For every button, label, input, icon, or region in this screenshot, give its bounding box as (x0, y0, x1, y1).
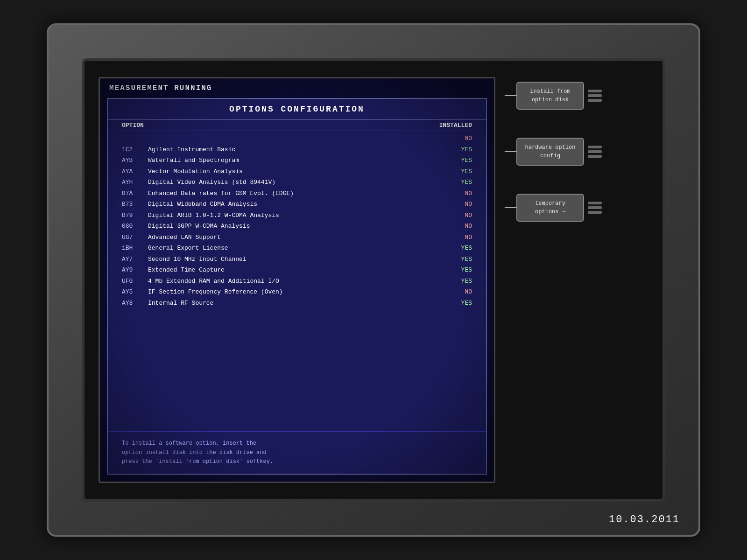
option-left: AY8Internal RF Source (122, 299, 213, 308)
option-left (122, 134, 148, 143)
option-installed-status: NO (449, 211, 472, 220)
installed-col-header: INSTALLED (439, 122, 472, 129)
monitor-inner: MEASUREMENT RUNNING OPTIONS CONFIGURATIO… (82, 58, 665, 502)
option-code: AY9 (122, 266, 141, 275)
stripe (588, 94, 602, 97)
option-left: 080Digital 3GPP W-CDMA Analysis (122, 222, 250, 231)
install-btn-row: install from option disk (505, 82, 602, 110)
temporary-options-button[interactable]: temporary options → (516, 194, 584, 222)
option-left: B73Digital Wideband CDMA Analysis (122, 200, 257, 209)
option-code: 080 (122, 222, 141, 231)
table-row: B7AEnhanced Data rates for GSM Evol. (ED… (122, 188, 472, 199)
option-installed-status: NO (449, 233, 472, 242)
temporary-options-label: temporary options (535, 200, 565, 215)
option-installed-status: NO (449, 189, 472, 198)
temporary-btn-row: temporary options → (505, 194, 602, 222)
option-installed-status: NO (449, 287, 472, 297)
table-row: AY5IF Section Frequency Reference (Oven)… (122, 287, 472, 298)
options-table: OPTION INSTALLED NO1C2Agilent Instrument… (108, 120, 486, 431)
install-from-option-disk-button[interactable]: install from option disk (516, 82, 584, 110)
option-left: UG7Advanced LAN Support (122, 233, 221, 242)
table-row: 080Digital 3GPP W-CDMA AnalysisNO (122, 221, 472, 232)
option-installed-status: YES (449, 255, 472, 264)
config-title: OPTIONS CONFIGURATION (108, 99, 486, 120)
install-note: To install a software option, insert the… (108, 431, 486, 474)
table-header: OPTION INSTALLED (122, 120, 472, 131)
table-row: UFG4 Mb Extended RAM and Additional I/OY… (122, 276, 472, 287)
hardware-btn-row: hardware option config (505, 138, 602, 166)
connector-line-1 (505, 95, 516, 96)
table-row: AY9Extended Time CaptureYES (122, 265, 472, 276)
table-row: 1C2Agilent Instrument BasicYES (122, 144, 472, 155)
temporary-options-arrow: → (562, 209, 565, 215)
table-row: B73Digital Wideband CDMA AnalysisNO (122, 199, 472, 210)
option-left: AYHDigital Video Analysis (std 89441V) (122, 178, 275, 187)
stripe (588, 206, 602, 209)
option-code: AY7 (122, 255, 141, 264)
table-row: NO (122, 133, 472, 144)
option-installed-status: YES (449, 266, 472, 275)
connector-line-2 (505, 151, 516, 152)
measurement-status: MEASUREMENT RUNNING (109, 84, 212, 92)
option-description: Advanced LAN Support (148, 233, 221, 242)
config-panel: OPTIONS CONFIGURATION OPTION INSTALLED N… (107, 98, 487, 475)
stripe-bar-3 (588, 202, 602, 214)
option-code: UG7 (122, 233, 141, 242)
option-code: AYH (122, 178, 141, 187)
option-description: Digital ARIB 1.0-1.2 W-CDMA Analysis (148, 211, 279, 220)
option-left: B79Digital ARIB 1.0-1.2 W-CDMA Analysis (122, 211, 279, 220)
side-panel: install from option disk hardware option… (505, 77, 602, 483)
table-row: AYBWaterfall and SpectrogramYES (122, 155, 472, 166)
option-code: AYB (122, 156, 141, 165)
option-code: AY8 (122, 299, 141, 308)
option-installed-status: YES (449, 277, 472, 286)
option-code: AYA (122, 167, 141, 176)
table-row: AY8Internal RF SourceYES (122, 298, 472, 309)
option-left: 1BHGeneral Export License (122, 244, 228, 253)
option-description: Waterfall and Spectrogram (148, 156, 239, 165)
option-left: 1C2Agilent Instrument Basic (122, 145, 235, 154)
table-row: AYAVector Modulation AnalysisYES (122, 166, 472, 177)
hardware-option-config-button[interactable]: hardware option config (516, 138, 584, 166)
option-code: B79 (122, 211, 141, 220)
table-row: 1BHGeneral Export LicenseYES (122, 243, 472, 254)
option-description: Vector Modulation Analysis (148, 167, 243, 176)
screen: MEASUREMENT RUNNING OPTIONS CONFIGURATIO… (99, 77, 495, 483)
status-bar: MEASUREMENT RUNNING (100, 78, 494, 98)
option-installed-status: NO (449, 222, 472, 231)
option-left: UFG4 Mb Extended RAM and Additional I/O (122, 277, 279, 286)
option-description: Second 10 MHz Input Channel (148, 255, 247, 264)
option-description: IF Section Frequency Reference (Oven) (148, 287, 283, 297)
option-description: Agilent Instrument Basic (148, 145, 235, 154)
option-code: B73 (122, 200, 141, 209)
option-code: AY5 (122, 287, 141, 297)
install-note-text: To install a software option, insert the… (122, 440, 273, 464)
option-installed-status: YES (449, 299, 472, 308)
stripe (588, 202, 602, 204)
option-code: B7A (122, 189, 141, 198)
options-list: NO1C2Agilent Instrument BasicYESAYBWater… (122, 133, 472, 308)
option-description: Digital Video Analysis (std 89441V) (148, 178, 275, 187)
stripe-bar-2 (588, 146, 602, 158)
stripe (588, 211, 602, 214)
stripe (588, 155, 602, 158)
option-left: AY5IF Section Frequency Reference (Oven) (122, 287, 283, 297)
option-installed-status: NO (449, 134, 472, 143)
stripe (588, 99, 602, 102)
stripe (588, 90, 602, 92)
table-row: AYHDigital Video Analysis (std 89441V)YE… (122, 177, 472, 188)
option-code: 1C2 (122, 145, 141, 154)
monitor-outer: MEASUREMENT RUNNING OPTIONS CONFIGURATIO… (47, 23, 700, 537)
option-installed-status: NO (449, 200, 472, 209)
option-description: Digital Wideband CDMA Analysis (148, 200, 257, 209)
option-installed-status: YES (449, 156, 472, 165)
option-description: General Export License (148, 244, 228, 253)
connector-line-3 (505, 207, 516, 208)
option-installed-status: YES (449, 244, 472, 253)
table-row: AY7Second 10 MHz Input ChannelYES (122, 254, 472, 265)
option-code: 1BH (122, 244, 141, 253)
option-code (122, 134, 141, 143)
option-description: 4 Mb Extended RAM and Additional I/O (148, 277, 279, 286)
stripe (588, 146, 602, 148)
option-installed-status: YES (449, 145, 472, 154)
